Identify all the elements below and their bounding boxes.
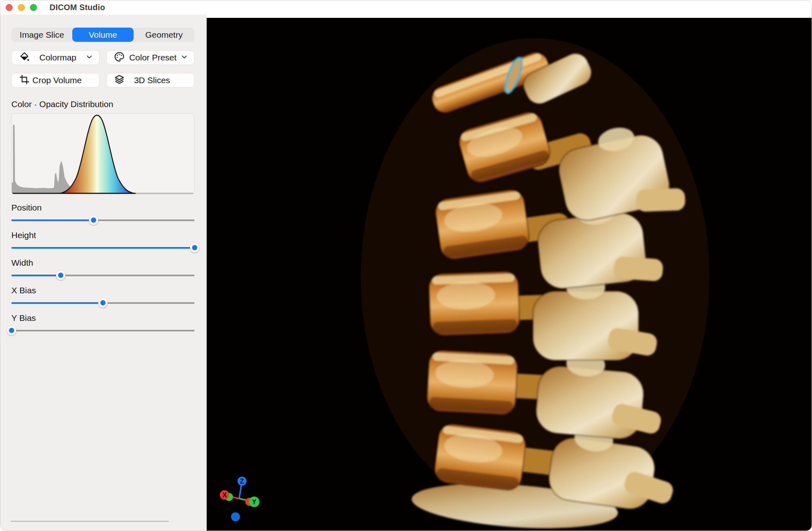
svg-text:X: X	[222, 492, 227, 499]
window-title: DICOM Studio	[50, 3, 105, 12]
colormap-label: Colormap	[30, 53, 85, 62]
axis-ball-x: X	[220, 490, 229, 500]
transfer-function-curve	[59, 115, 135, 193]
traffic-lights	[6, 4, 37, 11]
axis-ball-y: Y	[249, 497, 259, 507]
tab-image-slice[interactable]: Image Slice	[11, 28, 72, 42]
height-slider-label: Height	[11, 230, 194, 241]
layers-icon	[113, 73, 125, 88]
chevron-down-icon	[85, 53, 93, 63]
app-window: DICOM Studio Image Slice Volume Geometry	[0, 0, 812, 531]
control-sidebar: Image Slice Volume Geometry Colormap	[0, 15, 207, 531]
y-bias-slider[interactable]	[11, 326, 194, 335]
crop-volume-label: Crop Volume	[30, 75, 84, 85]
close-button[interactable]	[6, 4, 13, 11]
distribution-section-label: Color · Opacity Distribution	[11, 99, 194, 109]
render-viewport: X Y Z	[207, 15, 812, 531]
crop-volume-button[interactable]: Crop Volume	[11, 73, 99, 88]
colormap-button[interactable]: Colormap	[11, 50, 99, 65]
slider-thumb[interactable]	[7, 326, 16, 335]
axis-ball-z: Z	[238, 477, 246, 486]
slider-thumb[interactable]	[98, 298, 108, 307]
height-slider[interactable]	[11, 243, 194, 252]
sidebar-bottom-divider	[11, 521, 169, 522]
color-preset-button[interactable]: Color Preset	[106, 50, 194, 65]
width-slider-label: Width	[11, 258, 194, 268]
slider-thumb[interactable]	[56, 271, 65, 280]
spine-volume-rendering	[207, 18, 812, 531]
slices-3d-label: 3D Slices	[125, 75, 179, 85]
slices-3d-button[interactable]: 3D Slices	[106, 73, 194, 88]
slider-thumb[interactable]	[190, 243, 199, 252]
y-bias-slider-label: Y Bias	[11, 313, 194, 323]
minimize-button[interactable]	[18, 4, 25, 11]
title-bar[interactable]: DICOM Studio	[0, 0, 812, 15]
volume-render-canvas[interactable]: X Y Z	[207, 18, 812, 531]
x-bias-slider[interactable]	[11, 298, 194, 307]
tab-volume[interactable]: Volume	[72, 28, 133, 42]
toolbar: Colormap	[11, 50, 194, 88]
paint-bucket-icon	[18, 51, 30, 65]
mode-tabbar: Image Slice Volume Geometry	[11, 28, 194, 42]
orientation-axes-widget[interactable]: X Y Z	[207, 450, 288, 531]
svg-text:Z: Z	[240, 478, 244, 485]
slider-thumb[interactable]	[89, 215, 98, 225]
palette-icon	[113, 51, 125, 65]
transfer-sliders: Position Height Width	[11, 202, 194, 335]
axis-ball-neg-z	[231, 512, 240, 521]
chevron-down-icon	[180, 53, 188, 63]
position-slider-label: Position	[11, 202, 194, 213]
width-slider[interactable]	[11, 271, 194, 280]
position-slider[interactable]	[11, 215, 194, 225]
x-bias-slider-label: X Bias	[11, 285, 194, 296]
svg-text:Y: Y	[252, 499, 257, 505]
crop-icon	[18, 73, 30, 88]
tab-geometry[interactable]: Geometry	[134, 28, 194, 42]
color-opacity-distribution-graph[interactable]	[11, 113, 194, 195]
color-preset-label: Color Preset	[125, 53, 180, 62]
zoom-button[interactable]	[30, 4, 37, 11]
